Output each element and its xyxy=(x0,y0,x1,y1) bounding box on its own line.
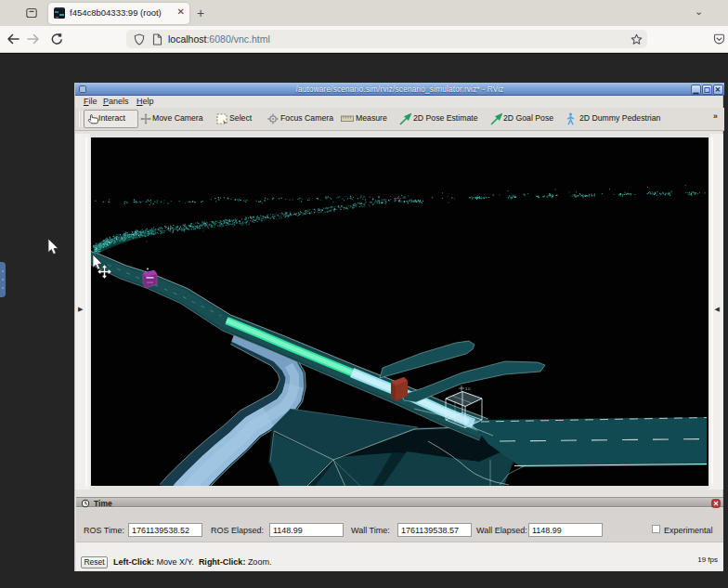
svg-text:1.0: 1.0 xyxy=(465,386,471,391)
